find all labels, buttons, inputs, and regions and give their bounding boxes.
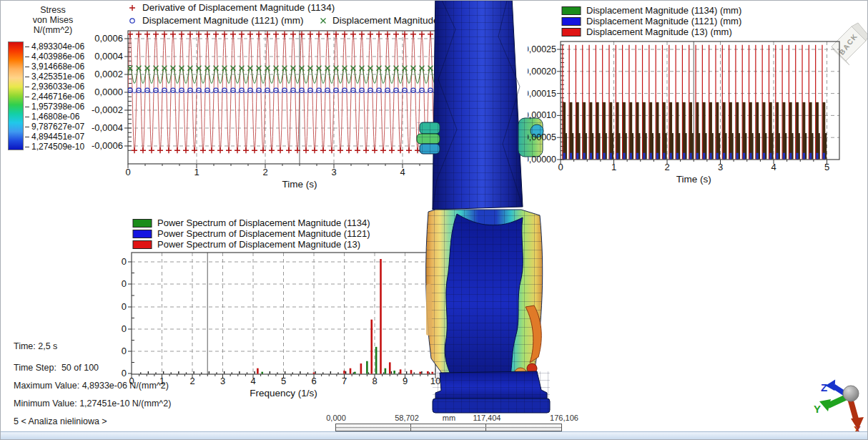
- plus-marker: [222, 31, 227, 37]
- y-tick-label: 0: [122, 256, 127, 267]
- stress-legend-title-line: N/(mm^2): [14, 25, 92, 35]
- legend-swatch: [562, 18, 581, 26]
- x-tick-label: 8: [372, 376, 377, 386]
- plus-marker: [282, 31, 287, 37]
- plus-marker: [153, 31, 159, 37]
- triad-origin-sphere: [843, 386, 859, 401]
- x-tick-label: 7: [342, 376, 347, 386]
- stress-tick-label: 4,403986e-06: [25, 52, 84, 62]
- z-axis-label: Z: [821, 381, 827, 393]
- plus-marker: [363, 147, 369, 153]
- plus-marker: [286, 147, 292, 153]
- plus-marker: [359, 31, 365, 37]
- status-max-value: Maximum Value: 4,8933e-06 N/(mm^2): [14, 381, 169, 391]
- x-tick-label: 3: [331, 167, 336, 177]
- y-axis: 0,000250,000200,000150,000100,000050,000…: [528, 44, 564, 165]
- plus-marker: [307, 31, 313, 37]
- x-axis: 012345Time (s): [558, 160, 829, 185]
- y-axis-label: Y: [814, 403, 821, 415]
- legend-label: Derivative of Displacement Magnitude (11…: [142, 2, 335, 13]
- stress-tick-label: 3,914668e-06: [25, 62, 84, 72]
- legend-swatch: [133, 220, 152, 228]
- stress-legend-title: Stress von Mises N/(mm^2): [14, 5, 92, 35]
- plus-marker: [368, 31, 373, 37]
- status-time-step: Time Step: 50 of 100: [14, 363, 99, 373]
- x-tick-label: 3: [220, 376, 225, 386]
- plus-marker: [174, 147, 180, 153]
- plus-marker: [200, 147, 206, 153]
- plus-marker: [269, 147, 275, 153]
- chart-power-spectrum: 000000012345678910Frequency (1/s)Power S…: [112, 214, 453, 401]
- plus-marker: [170, 31, 176, 37]
- legend-label: Displacement Magnitude (13) (mm): [586, 26, 732, 37]
- y-tick-label: 0,00025: [528, 44, 556, 54]
- window-bottom-edge: [1, 431, 867, 439]
- x-tick-label: 6: [311, 376, 316, 386]
- chart-legend: Displacement Magnitude (1134) (mm)Displa…: [562, 5, 741, 37]
- y-axis-arrow: [828, 397, 847, 406]
- stress-tick-label: 9,787627e-07: [25, 122, 84, 132]
- orientation-triad: Z Y X: [811, 376, 867, 434]
- plus-marker: [144, 31, 150, 37]
- x-tick-label: 0: [125, 167, 130, 177]
- plus-marker: [243, 147, 249, 153]
- y-tick-label: 0: [122, 368, 127, 378]
- ruler-bar: [335, 424, 562, 431]
- plus-marker: [346, 147, 352, 153]
- plus-marker: [247, 31, 253, 37]
- stress-legend-title-line: von Mises: [14, 15, 92, 25]
- plus-marker: [129, 5, 135, 11]
- legend-swatch: [133, 241, 152, 249]
- cross-marker: [321, 19, 326, 24]
- plus-marker: [132, 147, 137, 153]
- y-tick-label: 0,00020: [528, 67, 556, 77]
- status-analysis-name: 5 < Analiza nieliniowa >: [14, 416, 107, 426]
- x-axis: 012345678910Frequency (1/s): [129, 374, 440, 399]
- x-tick-label: 9: [403, 376, 408, 386]
- plus-marker: [183, 147, 189, 153]
- plus-marker: [337, 147, 343, 153]
- model-left-fitting: [417, 122, 440, 154]
- legend-label: Displacement Magnitude (1121) (mm): [586, 16, 741, 26]
- x-tick-label: 4: [250, 376, 255, 386]
- plus-marker: [290, 31, 296, 37]
- plus-marker: [376, 31, 382, 37]
- x-tick-label: 2: [189, 376, 194, 386]
- plus-marker: [209, 147, 214, 153]
- stress-tick-label: 2,936033e-06: [25, 82, 84, 92]
- legend-swatch: [562, 7, 581, 15]
- plus-marker: [235, 147, 240, 153]
- plus-marker: [277, 147, 283, 153]
- plus-marker: [140, 147, 146, 153]
- y-tick-label: -0,0002: [92, 104, 123, 115]
- x-axis-title: Time (s): [282, 179, 317, 190]
- stress-tick-label: 1,274509e-10: [25, 142, 84, 152]
- status-min-value: Minimum Value: 1,27451e-10 N/(mm^2): [14, 399, 171, 409]
- stress-tick-label: 3,425351e-06: [25, 72, 84, 82]
- plus-marker: [372, 147, 378, 153]
- x-tick-label: 1: [611, 162, 616, 172]
- plus-marker: [256, 31, 262, 37]
- y-tick-label: 0,00000: [528, 155, 556, 165]
- plus-marker: [213, 31, 219, 37]
- y-tick-label: 0,00005: [528, 132, 556, 142]
- plus-marker: [149, 147, 154, 153]
- stress-legend-title-line: Stress: [14, 5, 92, 15]
- circle-marker: [130, 19, 134, 23]
- x-tick-label: 0: [558, 162, 563, 172]
- y-tick-label: 0: [122, 346, 127, 356]
- stress-colorbar: [8, 41, 24, 150]
- x-axis-title: Frequency (1/s): [250, 388, 317, 399]
- plus-marker: [312, 147, 317, 153]
- y-tick-label: 0,0000: [94, 87, 123, 97]
- plus-marker: [406, 147, 412, 153]
- stress-tick-label: 4,893304e-06: [25, 41, 84, 52]
- plus-marker: [342, 31, 347, 37]
- plus-marker: [380, 147, 386, 153]
- x-tick-label: 2: [262, 167, 267, 177]
- y-tick-label: 0,0006: [94, 33, 123, 44]
- chart-legend: Power Spectrum of Displacement Magnitude…: [133, 217, 370, 250]
- plus-marker: [166, 147, 172, 153]
- y-tick-label: 0,00015: [528, 89, 556, 99]
- plus-marker: [350, 31, 356, 37]
